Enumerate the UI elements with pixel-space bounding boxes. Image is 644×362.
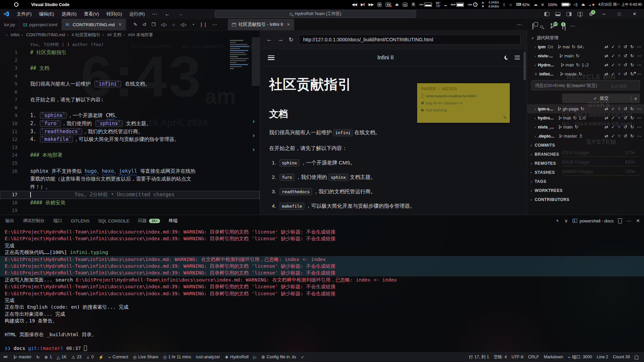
tab-contributing-md[interactable]: M↓CONTRIBUTING.md✕ (62, 19, 126, 30)
sidebar-section-header[interactable]: › TAGS (527, 177, 644, 186)
calendar-tray-icon[interactable]: 15 (386, 3, 391, 7)
sidebar-more-icon[interactable]: ⋯ (570, 23, 575, 29)
info-status-item[interactable]: ⚠ 23 (69, 355, 84, 360)
panel-tab[interactable]: 端口 (53, 218, 62, 224)
menu-more-icon[interactable]: ··· (149, 11, 161, 17)
source-control-icon[interactable]: 27 (550, 23, 555, 30)
repo-row[interactable]: › ipm Git mai ↻ 64↓ ⇄ ✓ ⑂ ↺ ↻ ⋯ (527, 42, 644, 51)
history-icon[interactable]: ↺ (624, 106, 627, 111)
repo-more-icon[interactable]: ⋯ (637, 115, 641, 120)
menu-file[interactable]: 文件(F) (13, 11, 35, 17)
temperature-indicator[interactable]: 85°73° (436, 2, 441, 8)
headset-icon[interactable]: ∩ (509, 3, 512, 7)
toggle-panel-icon[interactable] (555, 12, 560, 16)
menu-goto[interactable]: 转到(G) (103, 11, 126, 17)
chevron-icon[interactable]: › (535, 107, 536, 111)
markdown-preview-icon[interactable]: ❐ (151, 22, 156, 27)
repo-more-icon[interactable]: ⋯ (637, 124, 641, 130)
gear-icon[interactable]: ⚙1 (589, 11, 593, 17)
repo-more-icon[interactable]: ⋯ (637, 62, 641, 67)
customize-layout-icon[interactable] (578, 12, 583, 16)
chevron-icon[interactable]: › (535, 45, 536, 49)
rust-analyzer-status-item[interactable]: rust-analyzer (193, 355, 222, 359)
keyboard-battery[interactable]: ⌨ 82% (516, 2, 530, 7)
editor-line[interactable]: 16 sphinx 并不支持类似 hugo、hexo、jekyll 等直接生成网… (0, 167, 260, 175)
browser-refresh-icon[interactable]: ↻ (289, 36, 293, 43)
cpu-meter-icon[interactable]: CPU (419, 3, 432, 7)
chevron-icon[interactable]: › (535, 54, 536, 58)
refresh-icon[interactable]: ↻ (630, 62, 634, 67)
menu-view[interactable]: 查看(V) (80, 11, 103, 17)
prev-change-icon[interactable]: ◁○ (161, 22, 167, 27)
brightness-level[interactable]: 100% (548, 3, 557, 7)
compare-icon[interactable]: ⇄ (605, 106, 608, 111)
config-status-item[interactable]: ⚙ Config file in .iis (259, 355, 298, 360)
command-center-search[interactable]: HydroRoll-Team (工作区) (215, 10, 416, 18)
editor-scrollbar[interactable] (252, 37, 260, 86)
create-branch-icon[interactable]: ⑂ (618, 124, 621, 130)
browser-back-icon[interactable]: ← (266, 36, 272, 43)
site-title[interactable]: Infini II (377, 54, 394, 61)
line2-status-item[interactable]: Line 2 (594, 355, 610, 359)
sync-icon[interactable]: ↻ (576, 62, 580, 67)
minimize-button[interactable]: ─ (599, 11, 608, 16)
chevron-icon[interactable]: › (535, 134, 536, 138)
browser-scrollbar[interactable] (524, 52, 526, 80)
compare-icon[interactable]: ⇄ (605, 115, 608, 120)
minimap[interactable] (230, 40, 251, 97)
ssd-clock-icon[interactable]: SSD (468, 2, 477, 7)
editor-line[interactable]: 14 ### 本地部署 (0, 151, 260, 159)
menu-run[interactable]: 运行(R) (126, 11, 149, 17)
more-actions-icon[interactable]: ⋯ (212, 22, 217, 27)
history-icon[interactable]: ↺ (624, 71, 627, 76)
commit-button[interactable]: ✓ 提交 ∨ (562, 94, 640, 103)
maximize-button[interactable]: □ (614, 11, 624, 16)
compare-icon[interactable]: ⇄ (605, 134, 608, 139)
count-status-item[interactable]: Count 39 (610, 355, 632, 359)
tab-pyproject-toml[interactable]: [:]pyproject.toml (19, 19, 62, 30)
repo-row[interactable]: › nivis_... main ↻ ⇄ ✓ ⑂ ↺ ↻ ⋯ (527, 122, 644, 132)
sticky-note[interactable]: PAPER :: NOTES arxiv papers reading for … (417, 83, 510, 123)
new-terminal-icon[interactable]: ＋ (555, 218, 560, 224)
kill-terminal-icon[interactable] (618, 219, 622, 223)
dark-mode-moon-icon[interactable] (504, 55, 509, 60)
tab-browser-preview[interactable]: 社区贡献指引 - Infini II✕ (228, 19, 295, 30)
panel-tab[interactable]: GITLENS (71, 218, 90, 223)
battery-icon[interactable] (561, 3, 569, 6)
nav-forward-icon[interactable]: → (178, 11, 183, 17)
change-icon[interactable]: ○ (172, 22, 175, 27)
media-play-pause-icon[interactable]: ▶‖ (361, 2, 364, 7)
breadcrumb-item[interactable]: › ### 本地部署 (123, 32, 153, 38)
network-icon[interactable]: ☁ (534, 2, 537, 7)
breadcrumb-item[interactable]: › infini (6, 33, 19, 37)
editor-line[interactable]: 10 2. `furo`，我们使用的 `sphinx` 文档主题。 (0, 120, 260, 128)
editor-line[interactable]: 9 1. `sphinx`，一个开源老牌 CMS。 (0, 112, 260, 120)
language-mode-item[interactable]: Markdown (541, 355, 565, 359)
commit-check-icon[interactable]: ✓ (611, 115, 615, 120)
microphone-icon[interactable]: ⑉ (445, 3, 447, 7)
refresh-icon[interactable]: ↻ (630, 53, 634, 58)
edit-pencil-icon[interactable]: ✎ (134, 22, 138, 27)
toggle-secondary-sidebar-icon[interactable] (566, 12, 572, 16)
repo-row[interactable]: › nivis-... main ↻ ⇄ ✓ ⑂ ↺ ↻ ⋯ (527, 51, 644, 60)
ai-sparkle-icon[interactable]: ✦ (633, 70, 637, 75)
notifications-bell-icon[interactable] (632, 355, 641, 359)
eol-item[interactable]: CRLF (526, 355, 542, 359)
inbox-status-item[interactable]: ⇣ 0 (84, 355, 96, 360)
volume-icon[interactable]: ◁) (574, 2, 578, 7)
memory-meter-icon[interactable]: MEM (451, 3, 464, 7)
split-editor-icon[interactable]: ❘❘ (199, 22, 207, 27)
connect-status-item[interactable]: ⌁ Connect (106, 355, 131, 360)
branch-status-item[interactable]: master (11, 355, 34, 359)
encoding-item[interactable]: UTF-8 (509, 355, 526, 359)
create-branch-icon[interactable]: ⑂ (618, 53, 621, 58)
run-task-icon[interactable]: ▷ (251, 355, 259, 360)
editor-line[interactable]: 7 在开始之前，请先了解以下内容: (0, 96, 260, 104)
create-branch-icon[interactable]: ⑂ (618, 115, 621, 120)
hydroroll-status-item[interactable]: ❖ HydroRoll (222, 355, 251, 360)
network-speed[interactable]: 4.2KB/s8.5KB/s (488, 1, 499, 8)
ime-indicator[interactable]: 美 (411, 2, 415, 7)
sync-status-icon[interactable]: ↻ (34, 355, 42, 360)
more-tabs-icon[interactable]: ⋯ (517, 19, 522, 31)
editor-line[interactable]: 12 4. `makefile`，可以极大简化开发与贡献步骤的指令管理器。 (0, 136, 260, 144)
